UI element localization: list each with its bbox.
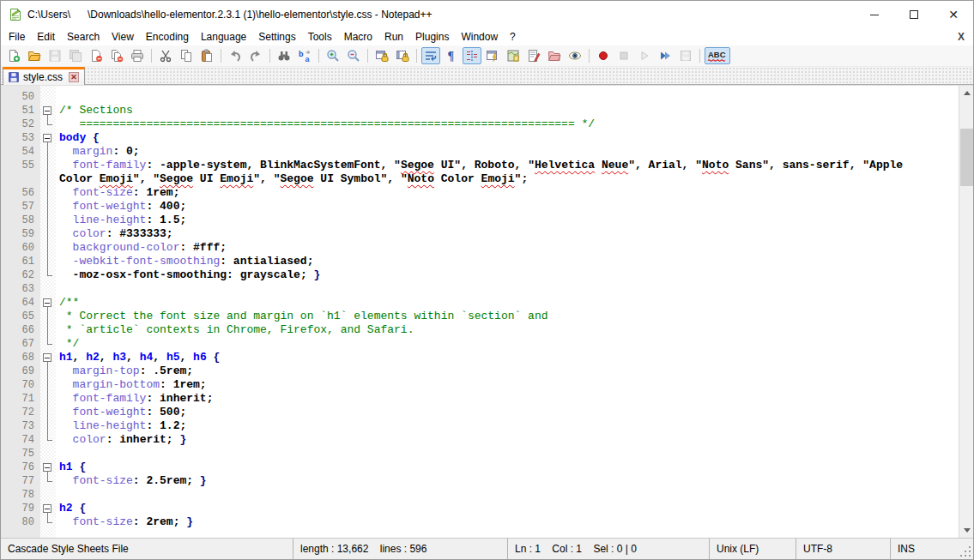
menu-item-tools[interactable]: Tools bbox=[302, 29, 338, 45]
menu-item-plugins[interactable]: Plugins bbox=[409, 29, 455, 45]
code-text: font-size: 2.5rem; } bbox=[56, 474, 207, 488]
vertical-scrollbar[interactable] bbox=[959, 86, 973, 538]
code-line: 73 line-height: 1.2; bbox=[1, 419, 959, 433]
code-line: 63 bbox=[1, 282, 959, 296]
code-text: -webkit-font-smoothing: antialiased; bbox=[56, 255, 314, 268]
toolbar-close-file-button[interactable] bbox=[87, 47, 106, 64]
scrollbar-thumb[interactable] bbox=[960, 129, 973, 186]
toolbar-print-button[interactable] bbox=[128, 47, 147, 64]
maximize-button[interactable] bbox=[894, 1, 934, 28]
toolbar-macro-run-multiple-button[interactable] bbox=[656, 47, 675, 64]
status-typing-mode[interactable]: INS bbox=[890, 539, 960, 559]
toolbar-cut-button[interactable] bbox=[156, 47, 175, 64]
menu-item-encoding[interactable]: Encoding bbox=[140, 29, 195, 45]
toolbar-document-monitoring-button[interactable] bbox=[566, 47, 584, 64]
menu-item-window[interactable]: Window bbox=[455, 29, 504, 45]
toolbar-open-file-button[interactable] bbox=[25, 47, 44, 64]
fold-toggle[interactable] bbox=[40, 461, 56, 474]
macro-record-icon bbox=[596, 49, 610, 63]
line-number: 79 bbox=[1, 502, 40, 515]
fold-toggle[interactable] bbox=[40, 104, 56, 117]
fold-margin bbox=[40, 323, 56, 337]
fold-margin bbox=[40, 337, 56, 351]
svg-text:ABC: ABC bbox=[708, 50, 726, 59]
menu-item-view[interactable]: View bbox=[106, 29, 140, 45]
code-line: 59 color: #333333; bbox=[1, 227, 959, 241]
toolbar-paste-button[interactable] bbox=[197, 47, 216, 64]
code-area[interactable]: 5051/* Sections52 ======================… bbox=[1, 86, 959, 538]
fold-margin bbox=[40, 117, 56, 131]
undo-icon bbox=[228, 49, 242, 63]
toolbar: ba¶ABC bbox=[1, 45, 973, 67]
toolbar-zoom-in-button[interactable] bbox=[324, 47, 342, 64]
new-file-icon bbox=[7, 49, 21, 63]
toolbar-new-file-button[interactable] bbox=[4, 47, 23, 64]
toolbar-sync-horizontal-scroll-button[interactable] bbox=[393, 47, 412, 64]
toolbar-find-button[interactable] bbox=[275, 47, 293, 64]
menu-item-language[interactable]: Language bbox=[195, 29, 252, 45]
fold-toggle[interactable] bbox=[40, 351, 56, 364]
tab-close-icon[interactable]: ✕ bbox=[69, 72, 79, 82]
close-document-x-button[interactable]: X bbox=[949, 31, 973, 43]
code-line: 78 bbox=[1, 488, 959, 502]
code-text: font-family: inherit; bbox=[56, 392, 213, 406]
spell-check-icon: ABC bbox=[707, 49, 728, 63]
scroll-down-arrow[interactable] bbox=[959, 523, 973, 538]
code-text: line-height: 1.2; bbox=[56, 419, 186, 433]
status-eol-format[interactable]: Unix (LF) bbox=[709, 539, 796, 559]
toolbar-user-defined-dialog-button[interactable] bbox=[483, 47, 502, 64]
title-bar[interactable]: C:\Users\ \Downloads\hello-elementor.2.3… bbox=[1, 1, 973, 28]
code-line: 55 font-family: -apple-system, BlinkMacS… bbox=[1, 159, 959, 172]
toolbar-close-all-files-button[interactable] bbox=[107, 47, 126, 64]
toolbar-redo-button[interactable] bbox=[246, 47, 265, 64]
code-line: 65 * Correct the font size and margin on… bbox=[1, 310, 959, 323]
indent-guide-icon bbox=[465, 49, 479, 63]
toolbar-macro-record-button[interactable] bbox=[594, 47, 613, 64]
tab-label: style.css bbox=[23, 71, 63, 83]
toolbar-word-wrap-button[interactable] bbox=[421, 47, 440, 64]
fold-collapse-icon bbox=[43, 298, 51, 307]
fold-toggle[interactable] bbox=[40, 296, 56, 310]
status-doctype: Cascade Style Sheets File bbox=[1, 539, 293, 559]
menu-item-run[interactable]: Run bbox=[378, 29, 409, 45]
toolbar-sync-vertical-scroll-button[interactable] bbox=[372, 47, 391, 64]
toolbar-show-all-characters-button[interactable]: ¶ bbox=[442, 47, 461, 64]
status-cursor-position[interactable]: Ln : 1 Col : 1 Sel : 0 | 0 bbox=[507, 539, 709, 559]
close-icon: ✕ bbox=[948, 9, 959, 21]
menubar-items: FileEditSearchViewEncodingLanguageSettin… bbox=[3, 29, 522, 45]
fold-collapse-icon bbox=[43, 106, 51, 115]
menu-item-file[interactable]: File bbox=[3, 29, 31, 45]
toolbar-macro-save-button bbox=[676, 47, 695, 64]
tab-style-css[interactable]: style.css ✕ bbox=[3, 67, 85, 85]
menu-item-search[interactable]: Search bbox=[61, 29, 106, 45]
code-line: 54 margin: 0; bbox=[1, 145, 959, 159]
toolbar-undo-button[interactable] bbox=[226, 47, 245, 64]
fold-margin bbox=[40, 241, 56, 255]
toolbar-copy-button[interactable] bbox=[177, 47, 196, 64]
toolbar-spell-check-button[interactable]: ABC bbox=[705, 47, 730, 64]
toolbar-folder-as-workspace-button[interactable] bbox=[545, 47, 564, 64]
fold-toggle[interactable] bbox=[40, 131, 56, 145]
toolbar-zoom-out-button[interactable] bbox=[344, 47, 363, 64]
status-encoding[interactable]: UTF-8 bbox=[796, 539, 890, 559]
menu-item-help[interactable]: ? bbox=[504, 29, 522, 45]
code-text: h2 { bbox=[56, 502, 86, 515]
menu-item-settings[interactable]: Settings bbox=[252, 29, 301, 45]
code-line: 72 font-weight: 500; bbox=[1, 406, 959, 419]
toolbar-function-list-button[interactable] bbox=[524, 47, 543, 64]
fold-toggle[interactable] bbox=[40, 502, 56, 515]
toolbar-indent-guide-button[interactable] bbox=[463, 47, 481, 64]
menu-item-edit[interactable]: Edit bbox=[31, 29, 61, 45]
toolbar-document-map-button[interactable] bbox=[504, 47, 523, 64]
toolbar-separator bbox=[699, 49, 700, 63]
toolbar-save-all-button bbox=[66, 47, 85, 64]
toolbar-replace-button[interactable]: ba bbox=[295, 47, 314, 64]
resize-grip[interactable] bbox=[960, 539, 973, 559]
menu-item-macro[interactable]: Macro bbox=[338, 29, 378, 45]
document-map-icon bbox=[506, 49, 520, 63]
editor: 5051/* Sections52 ======================… bbox=[1, 85, 973, 538]
minimize-button[interactable] bbox=[855, 1, 894, 28]
scroll-up-arrow[interactable] bbox=[959, 86, 973, 100]
close-button[interactable]: ✕ bbox=[934, 1, 973, 28]
code-text: color: inherit; } bbox=[56, 433, 186, 447]
